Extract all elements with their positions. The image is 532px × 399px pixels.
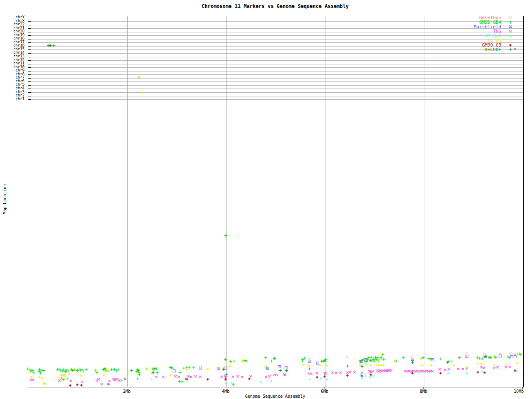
marker-gm99-g3: ◈: [316, 375, 319, 379]
chromosome-row-line: [31, 21, 523, 22]
chromosome-row-line: [31, 71, 523, 71]
marker-gm99-gb4: +: [224, 233, 227, 238]
marker-tng: ×: [389, 368, 393, 373]
chromosome-row-label: chr1: [0, 97, 25, 101]
marker-wi-yac: ▲: [364, 374, 366, 377]
legend-marker-decode: +: [508, 47, 512, 52]
marker-gm99-gb4: +: [519, 352, 522, 357]
marker-gm99-gb4: +: [145, 367, 148, 371]
legend-marker-wi-yac: ▲: [509, 34, 511, 37]
marker-gm99-gb4: +: [457, 355, 461, 360]
y-axis-tick: [28, 39, 31, 39]
marker-tng: ×: [154, 374, 158, 379]
marker-gm99-g3: ◈: [76, 383, 79, 387]
y-axis-tick: [28, 96, 31, 96]
chromosome-row-line: [31, 67, 523, 68]
marker-wi-rh: *: [466, 365, 469, 370]
chromosome-row-line: [31, 57, 523, 57]
marker-wi-rh: *: [170, 373, 172, 379]
marker-decode: +: [483, 354, 487, 359]
marker-wi-yac: ▲: [150, 378, 153, 381]
legend-marker-genethon: ◇: [509, 16, 512, 20]
y-axis-tick: [28, 85, 31, 86]
marker-wi-rh: *: [79, 374, 82, 379]
y-axis-tick: [28, 89, 31, 89]
marker-gm99-gb4: +: [488, 355, 492, 360]
marker-marshfield: ⊡: [217, 367, 220, 371]
marker-gm99-g3: ◈: [80, 383, 83, 387]
marker-gm99-g3: ◈: [411, 371, 414, 375]
marker-wi-rh: *: [453, 363, 456, 369]
marker-wi-rh: *: [365, 362, 367, 368]
marker-wi-rh: *: [382, 363, 385, 369]
marker-marshfield: ⊡: [199, 366, 202, 370]
chromosome-row-line: [31, 28, 523, 29]
chromosome-row-line: [31, 42, 523, 43]
x-gridline: [424, 16, 424, 387]
marker-wi-rh: *: [302, 363, 305, 368]
y-axis-tick: [28, 28, 31, 29]
x-tick-label: 2Mb: [123, 389, 131, 394]
y-axis-tick: [28, 32, 31, 32]
marker-decode: +: [224, 372, 228, 377]
y-axis-tick: [28, 60, 31, 61]
marker-tng: ×: [123, 377, 127, 382]
chromosome-row-line: [31, 64, 523, 64]
x-tick-label: 4Mb: [222, 389, 229, 394]
chromosome-row-line: [31, 35, 523, 36]
x-tick-label: 8Mb: [420, 389, 427, 394]
marker-wi-rh: *: [505, 363, 508, 368]
y-axis-tick: [28, 46, 31, 47]
marker-tng: ×: [334, 371, 337, 375]
legend-marker-gm99-g3: ◈: [509, 43, 512, 47]
marker-gm99-gb4: +: [494, 355, 498, 360]
y-axis-tick: [28, 74, 31, 75]
y-axis-tick: [28, 92, 31, 93]
marker-gm99-g3: ◈: [477, 370, 480, 374]
marker-decode: +: [278, 368, 282, 373]
marker-tng: ×: [177, 374, 180, 379]
marker-tng: ×: [461, 367, 465, 371]
chromosome-row-line: [31, 81, 523, 82]
marker-tng: ×: [267, 374, 271, 379]
y-axis-title: Map Location: [2, 184, 7, 214]
marker-marshfield: ⊡: [172, 369, 176, 373]
marker-wi-rh: *: [185, 367, 188, 373]
marker-wi-rh: *: [141, 91, 144, 96]
marker-gm99-gb4: +: [52, 43, 55, 48]
marker-wi-rh: *: [480, 362, 483, 367]
marker-wi-yac: ▲: [447, 372, 449, 374]
chromosome-row-line: [31, 53, 523, 54]
marker-gm99-g3: ◈: [207, 377, 209, 381]
chromosome-row-line: [31, 96, 523, 96]
marker-tng: ×: [100, 382, 103, 387]
chromosome-row-line: [31, 39, 523, 39]
marker-tng: ×: [309, 372, 313, 376]
chromosome-row-line: [31, 18, 523, 18]
marker-tng: ×: [456, 367, 460, 371]
marker-wi-yac: ▲: [224, 382, 227, 384]
marker-wi-rh: *: [326, 363, 329, 369]
chromosome-row-line: [31, 46, 523, 47]
chromosome-row-line: [31, 89, 523, 89]
marker-gm99-gb4: +: [232, 359, 236, 363]
legend-label-decode: DeCODE: [485, 47, 501, 52]
marker-gm99-g3: ◈: [69, 384, 72, 387]
marker-decode: +: [446, 360, 449, 365]
marker-genethon: ◇: [346, 355, 349, 359]
marker-gm99-g3: ◈: [248, 377, 251, 381]
marker-wi-yac: ▲: [466, 372, 468, 374]
y-axis-tick: [28, 21, 31, 22]
marker-gm99-gb4: +: [302, 356, 306, 360]
marker-wi-rh: *: [103, 373, 106, 379]
marker-gm99-gb4: +: [84, 367, 88, 372]
marker-gm99-g3: ◈: [439, 371, 442, 375]
chromosome-row-line: [31, 49, 523, 50]
x-tick-label: 6Mb: [321, 389, 328, 394]
marker-gm99-gb4: +: [135, 377, 139, 381]
marker-wi-rh: *: [370, 363, 373, 369]
marker-gm99-gb4: +: [438, 357, 442, 361]
marker-wi-rh: *: [493, 363, 496, 368]
marker-decode: +: [151, 370, 155, 375]
marker-wi-rh: *: [477, 362, 480, 367]
